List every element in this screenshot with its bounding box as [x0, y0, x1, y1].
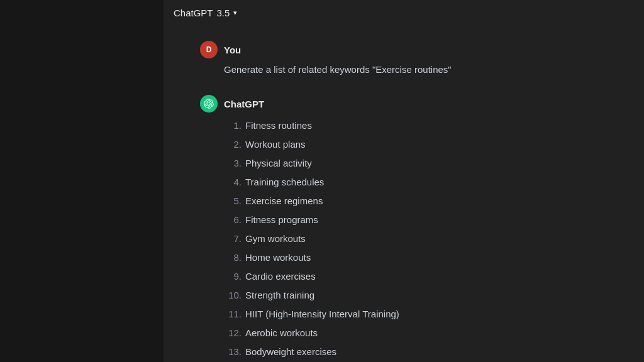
- list-number: 11.: [224, 307, 242, 322]
- chatgpt-author-label: ChatGPT: [224, 99, 264, 109]
- app-title[interactable]: ChatGPT 3.5 ▾: [174, 8, 237, 18]
- list-item: 4.Training schedules: [224, 173, 608, 192]
- list-item: 8.Home workouts: [224, 248, 608, 267]
- list-item: 12.Aerobic workouts: [224, 324, 608, 343]
- user-message-block: D You Generate a list of related keyword…: [200, 41, 608, 77]
- top-bar: ChatGPT 3.5 ▾: [164, 0, 644, 26]
- list-number: 13.: [224, 344, 242, 359]
- list-text: Gym workouts: [245, 231, 306, 246]
- list-item: 9.Cardio exercises: [224, 267, 608, 286]
- list-text: Physical activity: [245, 156, 312, 171]
- chatgpt-message-content: 1.Fitness routines2.Workout plans3.Physi…: [224, 116, 608, 362]
- app-version-text: 3.5: [217, 8, 230, 18]
- list-text: Cardio exercises: [245, 269, 316, 284]
- user-message-text: Generate a list of related keywords "Exe…: [224, 64, 452, 75]
- sidebar: [0, 0, 164, 362]
- list-number: 6.: [224, 212, 242, 228]
- list-text: HIIT (High-Intensity Interval Training): [245, 307, 399, 322]
- list-item: 13.Bodyweight exercises: [224, 343, 608, 361]
- list-number: 8.: [224, 250, 242, 265]
- chat-container: D You Generate a list of related keyword…: [164, 26, 644, 362]
- list-item: 11.HIIT (High-Intensity Interval Trainin…: [224, 305, 608, 324]
- chevron-down-icon: ▾: [233, 9, 237, 17]
- messages-wrapper: D You Generate a list of related keyword…: [190, 41, 618, 362]
- list-text: Training schedules: [245, 175, 324, 190]
- user-message-header: D You: [200, 41, 608, 58]
- list-number: 10.: [224, 288, 242, 303]
- list-item: 3.Physical activity: [224, 154, 608, 173]
- list-item: 1.Fitness routines: [224, 116, 608, 135]
- list-item: 7.Gym workouts: [224, 229, 608, 248]
- list-text: Workout plans: [245, 137, 306, 152]
- list-item: 2.Workout plans: [224, 135, 608, 154]
- list-number: 3.: [224, 156, 242, 171]
- user-author-label: You: [224, 45, 241, 55]
- list-number: 4.: [224, 175, 242, 190]
- main-content: ChatGPT 3.5 ▾ D You Generate a list of r…: [164, 0, 644, 362]
- user-message-content: Generate a list of related keywords "Exe…: [224, 62, 608, 77]
- list-text: Fitness routines: [245, 118, 312, 133]
- list-text: Aerobic workouts: [245, 326, 318, 341]
- list-number: 1.: [224, 118, 242, 133]
- chatgpt-avatar: [200, 95, 218, 112]
- list-text: Home workouts: [245, 250, 311, 265]
- list-text: Strength training: [245, 288, 314, 303]
- list-number: 12.: [224, 326, 242, 341]
- list-item: 6.Fitness programs: [224, 211, 608, 229]
- keyword-list: 1.Fitness routines2.Workout plans3.Physi…: [224, 116, 608, 362]
- list-number: 5.: [224, 194, 242, 209]
- chatgpt-message-header: ChatGPT: [200, 95, 608, 112]
- list-text: Fitness programs: [245, 212, 318, 228]
- user-avatar: D: [200, 41, 218, 58]
- list-number: 9.: [224, 269, 242, 284]
- list-text: Exercise regimens: [245, 194, 323, 209]
- chatgpt-message-block: ChatGPT 1.Fitness routines2.Workout plan…: [200, 95, 608, 362]
- list-item: 5.Exercise regimens: [224, 192, 608, 211]
- list-number: 2.: [224, 137, 242, 152]
- app-title-text: ChatGPT: [174, 8, 213, 18]
- list-text: Bodyweight exercises: [245, 344, 336, 359]
- list-item: 10.Strength training: [224, 286, 608, 305]
- list-number: 7.: [224, 231, 242, 246]
